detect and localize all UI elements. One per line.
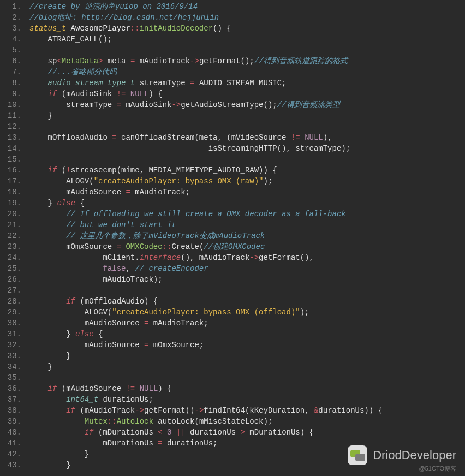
code-line[interactable]: } <box>29 110 462 121</box>
line-number: 28. <box>2 296 21 307</box>
token <box>29 79 48 87</box>
token: -> <box>194 406 204 415</box>
token: } <box>29 199 57 207</box>
token: { <box>75 199 85 207</box>
token: else <box>57 199 75 207</box>
code-line[interactable]: //blog地址: http://blog.csdn.net/hejjunlin <box>29 12 462 23</box>
line-number: 15. <box>2 154 21 165</box>
code-line[interactable]: ALOGV("createAudioPlayer: bypass OMX (of… <box>29 307 462 318</box>
token: (mAudioTrack <box>75 406 135 415</box>
code-line[interactable] <box>29 285 462 296</box>
token <box>126 90 130 98</box>
line-number: 20. <box>2 209 21 219</box>
token: initAudioDecoder <box>140 24 213 33</box>
token <box>29 90 48 98</box>
token: != <box>291 133 300 142</box>
code-line[interactable] <box>29 372 462 383</box>
code-line[interactable]: //...省略部分代码 <box>29 67 462 78</box>
code-line[interactable]: } else { <box>29 198 462 209</box>
line-number: 5. <box>2 45 21 56</box>
code-line[interactable]: mAudioTrack); <box>29 274 462 285</box>
token <box>163 428 167 437</box>
code-line[interactable]: ATRACE_CALL(); <box>29 34 462 45</box>
code-line[interactable]: isStreamingHTTP(), streamType); <box>29 143 462 154</box>
code-line[interactable]: if (mAudioSink != NULL) { <box>29 88 462 99</box>
line-number: 11. <box>2 110 21 121</box>
token: durationUs)) { <box>318 406 383 415</box>
line-number: 30. <box>2 318 21 329</box>
token <box>29 297 66 306</box>
line-number: 4. <box>2 34 21 45</box>
code-line[interactable]: } <box>29 350 462 361</box>
token: :: <box>163 242 172 251</box>
code-line[interactable]: // If offloading we still create a OMX d… <box>29 209 462 219</box>
code-line[interactable] <box>29 121 462 132</box>
token: //create by 逆流的鱼yuiop on 2016/9/14 <box>29 2 198 11</box>
token: NULL <box>140 384 158 393</box>
code-line[interactable] <box>29 154 462 165</box>
token: getFormat(), <box>259 253 314 262</box>
token: if <box>48 384 57 393</box>
code-line[interactable]: false, // createEncoder <box>29 263 462 274</box>
code-line[interactable]: if (mAudioSource != NULL) { <box>29 383 462 394</box>
code-line[interactable]: // but we don't start it <box>29 219 462 230</box>
token: //...省略部分代码 <box>48 68 117 76</box>
code-line[interactable]: ALOGV("createAudioPlayer: bypass OMX (ra… <box>29 176 462 187</box>
token: (mAudioSource <box>57 384 126 393</box>
code-line[interactable]: // 这里几个参数，除了mVideoTrack变成mAudioTrack <box>29 230 462 241</box>
code-line[interactable]: streamType = mAudioSink->getAudioStreamT… <box>29 99 462 110</box>
line-number: 21. <box>2 219 21 230</box>
code-line[interactable]: mAudioSource = mAudioTrack; <box>29 318 462 329</box>
token: isStreamingHTTP(), streamType); <box>29 144 350 153</box>
token: // but we don't start it <box>66 221 176 229</box>
code-line[interactable]: sp<MetaData> meta = mAudioTrack->getForm… <box>29 56 462 67</box>
code-line[interactable]: //create by 逆流的鱼yuiop on 2016/9/14 <box>29 1 462 12</box>
token: = <box>117 242 121 251</box>
line-number: 16. <box>2 165 21 176</box>
token: != <box>117 90 126 98</box>
token: getFormat(); <box>199 57 254 66</box>
code-line[interactable]: status_t AwesomePlayer::initAudioDecoder… <box>29 23 462 34</box>
token: } <box>29 352 71 360</box>
code-line[interactable]: } else { <box>29 329 462 340</box>
line-number: 3. <box>2 23 21 34</box>
token: false <box>103 264 126 273</box>
token: getAudioStreamType(); <box>181 100 277 109</box>
code-line[interactable]: mOmxSource = OMXCodec::Create(//创建OMXCod… <box>29 241 462 252</box>
code-line[interactable]: if (mAudioTrack->getFormat()->findInt64(… <box>29 405 462 416</box>
token: ) { <box>148 90 162 98</box>
line-number: 1. <box>2 1 21 12</box>
line-number: 43. <box>2 460 21 471</box>
code-line[interactable]: if (!strcasecmp(mime, MEDIA_MIMETYPE_AUD… <box>29 165 462 176</box>
line-number: 18. <box>2 187 21 198</box>
token <box>300 133 305 142</box>
code-line[interactable] <box>29 45 462 56</box>
code-line[interactable]: if (mOffloadAudio) { <box>29 296 462 307</box>
code-line[interactable]: mAudioSource = mAudioTrack; <box>29 187 462 198</box>
code-line[interactable]: mClient.interface(), mAudioTrack->getFor… <box>29 252 462 263</box>
code-line[interactable]: mOffloadAudio = canOffloadStream(meta, (… <box>29 132 462 143</box>
token: meta <box>103 57 130 66</box>
token: canOffloadStream(meta, (mVideoSource <box>117 133 291 142</box>
code-area[interactable]: //create by 逆流的鱼yuiop on 2016/9/14//blog… <box>26 0 465 476</box>
token: durationUs <box>186 428 241 437</box>
token: status_t <box>29 24 66 33</box>
token: ALOGV( <box>29 177 94 186</box>
token: -> <box>249 253 259 262</box>
code-line[interactable]: audio_stream_type_t streamType = AUDIO_S… <box>29 78 462 88</box>
code-line[interactable]: } <box>29 361 462 372</box>
wechat-icon <box>348 445 367 465</box>
line-number: 14. <box>2 143 21 154</box>
code-line[interactable]: int64_t durationUs; <box>29 394 462 405</box>
token: "createAudioPlayer: bypass OMX (raw)" <box>94 177 264 186</box>
token <box>29 166 48 175</box>
code-line[interactable]: Mutex::Autolock autoLock(mMiscStateLock)… <box>29 416 462 427</box>
line-number: 41. <box>2 438 21 449</box>
token: //创建OMXCodec <box>204 242 265 251</box>
token: NULL <box>130 90 149 98</box>
code-line[interactable]: if (mDurationUs < 0 || durationUs > mDur… <box>29 427 462 438</box>
code-line[interactable]: mAudioSource = mOmxSource; <box>29 340 462 350</box>
line-number: 23. <box>2 241 21 252</box>
line-number: 13. <box>2 132 21 143</box>
watermark: DriodDeveloper @51CTO博客 <box>348 445 456 465</box>
